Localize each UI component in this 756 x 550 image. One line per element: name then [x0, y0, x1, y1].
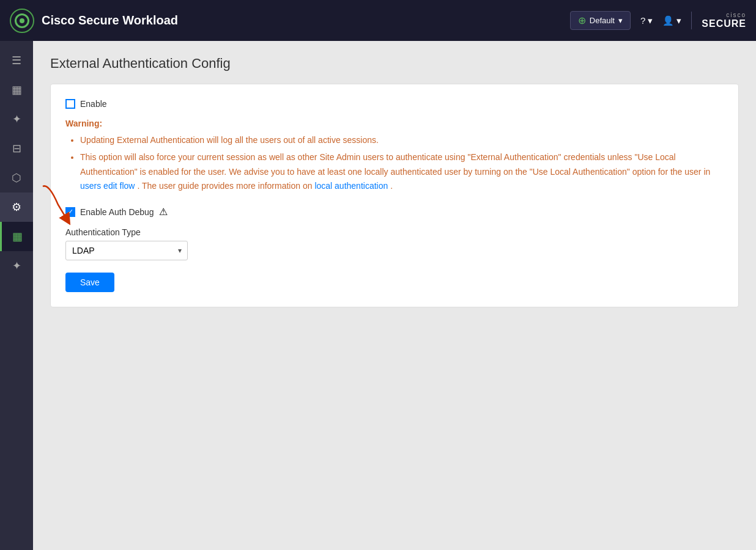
secure-label: SECURE [702, 18, 746, 29]
sidebar: ☰ ▦ ✦ ⊟ ⬡ ⚙ ▦ ✦ [0, 41, 33, 550]
sidebar-item-policies[interactable]: ⊟ [0, 134, 33, 163]
main-content: External Authentication Config Enable Wa… [33, 41, 756, 550]
user-dropdown-icon: ▾ [676, 15, 681, 26]
warning-item-2-text: This option will also force your current… [80, 152, 710, 177]
dashboard-icon: ▦ [12, 83, 22, 97]
sidebar-item-settings[interactable]: ⚙ [0, 193, 33, 222]
security-icon: ⬡ [12, 171, 21, 185]
user-menu-button[interactable]: 👤 ▾ [662, 15, 681, 26]
topology-icon: ✦ [12, 112, 21, 126]
help-icon: ? [640, 15, 645, 26]
sidebar-item-dashboard[interactable]: ▦ [0, 75, 33, 105]
app-title: Cisco Secure Workload [42, 13, 178, 28]
warning-item-2: This option will also force your current… [80, 150, 724, 194]
auth-debug-warning-icon: ⚠ [159, 206, 168, 218]
sidebar-item-security[interactable]: ⬡ [0, 163, 33, 193]
cisco-logo: cisco SECURE [691, 12, 746, 29]
warning-list: Updating External Authentication will lo… [65, 133, 724, 194]
warning-label: Warning: [65, 119, 724, 128]
help-dropdown-icon: ▾ [648, 15, 653, 26]
app-header: Cisco Secure Workload ⊕ Default ▾ ? ▾ 👤 … [0, 0, 756, 41]
sidebar-item-platform[interactable]: ▦ [0, 222, 33, 251]
save-button[interactable]: Save [65, 273, 114, 292]
auth-debug-checkbox[interactable]: ✓ [65, 207, 75, 217]
save-section: Save [65, 273, 724, 292]
sidebar-item-topology[interactable]: ✦ [0, 105, 33, 134]
auth-config-card: Enable Warning: Updating External Authen… [50, 84, 739, 307]
warning-item-1: Updating External Authentication will lo… [80, 133, 724, 148]
default-scope-label: Default [590, 16, 615, 25]
help-button[interactable]: ? ▾ [640, 15, 653, 26]
auth-type-select-wrapper: LDAP SAML RADIUS ▾ [65, 241, 188, 260]
user-icon: 👤 [662, 15, 674, 26]
auth-debug-label: Enable Auth Debug [80, 207, 154, 217]
sidebar-item-tools[interactable]: ✦ [0, 251, 33, 280]
policies-icon: ⊟ [12, 142, 21, 155]
menu-icon: ☰ [12, 54, 21, 67]
auth-type-section: Authentication Type LDAP SAML RADIUS ▾ [65, 227, 724, 260]
tools-icon: ✦ [12, 259, 21, 273]
warning-link-suffix-1: . The user guide provides more informati… [137, 181, 312, 191]
cisco-brand-label: cisco [726, 12, 746, 18]
users-edit-flow-link[interactable]: users edit flow [80, 181, 135, 191]
enable-label: Enable [80, 99, 107, 109]
default-scope-button[interactable]: ⊕ Default ▾ [570, 11, 631, 30]
app-logo [10, 9, 34, 33]
auth-debug-row: ✓ Enable Auth Debug ⚠ [65, 206, 724, 218]
auth-type-label: Authentication Type [65, 227, 724, 237]
globe-icon: ⊕ [578, 15, 586, 26]
platform-icon: ▦ [12, 230, 23, 243]
enable-checkbox[interactable] [65, 99, 75, 109]
dropdown-arrow-icon: ▾ [618, 16, 623, 25]
warning-link-suffix-2: . [390, 181, 393, 191]
header-left: Cisco Secure Workload [10, 9, 178, 33]
enable-checkbox-row: Enable [65, 99, 724, 109]
local-auth-link[interactable]: local authentication [314, 181, 388, 191]
main-layout: ☰ ▦ ✦ ⊟ ⬡ ⚙ ▦ ✦ External Authentication … [0, 41, 756, 550]
header-right: ⊕ Default ▾ ? ▾ 👤 ▾ cisco SECURE [570, 11, 746, 30]
page-title: External Authentication Config [50, 56, 739, 72]
settings-icon: ⚙ [12, 200, 21, 214]
sidebar-item-menu[interactable]: ☰ [0, 46, 33, 75]
auth-type-select[interactable]: LDAP SAML RADIUS [65, 241, 188, 260]
